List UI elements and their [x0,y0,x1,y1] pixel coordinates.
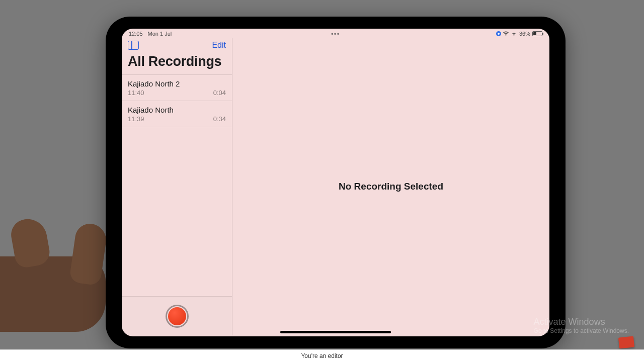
battery-percent: 36% [519,31,530,37]
recording-time: 11:40 [128,89,144,97]
record-icon [168,307,186,325]
hand-photo [0,191,106,332]
home-indicator[interactable] [280,331,391,333]
status-date: Mon 1 Jul [148,31,172,37]
corner-badge-icon [618,336,634,348]
status-time: 12:05 [129,31,143,37]
battery-icon [532,31,542,36]
main-panel: No Recording Selected [232,38,549,335]
page-title: All Recordings [122,50,232,74]
tablet-device-frame: 12:05 Mon 1 Jul ••• 36% [106,17,566,348]
recording-item[interactable]: Kajiado North 11:39 0:34 [122,101,232,127]
footer-bar: You're an editor [0,349,644,362]
recording-name: Kajiado North [128,106,226,114]
tablet-screen: 12:05 Mon 1 Jul ••• 36% [122,29,549,336]
footer-text: You're an editor [301,352,343,359]
recording-item[interactable]: Kajiado North 2 11:40 0:04 [122,75,232,101]
edit-button[interactable]: Edit [212,41,226,50]
location-indicator-icon [496,31,501,36]
record-button[interactable] [166,305,189,328]
status-bar: 12:05 Mon 1 Jul ••• 36% [122,29,549,38]
wifi-icon [503,31,509,36]
record-footer [122,296,232,335]
empty-state-message: No Recording Selected [339,181,443,192]
recording-name: Kajiado North 2 [128,79,226,88]
signal-icon [511,31,517,36]
recording-duration: 0:34 [213,115,226,123]
recordings-list: Kajiado North 2 11:40 0:04 Kajiado North… [122,74,232,127]
recording-time: 11:39 [128,115,144,123]
sidebar-toggle-icon[interactable] [128,41,139,50]
multitask-indicator-icon[interactable]: ••• [331,31,340,37]
recording-duration: 0:04 [213,89,226,97]
recordings-sidebar: Edit All Recordings Kajiado North 2 11:4… [122,38,232,335]
